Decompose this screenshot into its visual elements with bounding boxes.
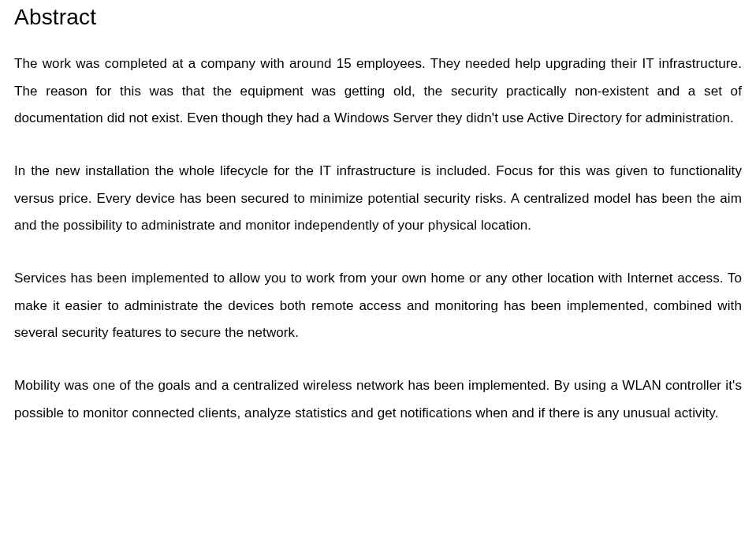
paragraph-services: Services has been implemented to allow y… [14, 265, 742, 347]
paragraph-installation: In the new installation the whole lifecy… [14, 158, 742, 240]
document-page: Abstract The work was completed at a com… [0, 0, 756, 427]
paragraph-intro: The work was completed at a company with… [14, 50, 742, 133]
abstract-heading: Abstract [14, 5, 742, 30]
paragraph-mobility: Mobility was one of the goals and a cent… [14, 372, 742, 427]
